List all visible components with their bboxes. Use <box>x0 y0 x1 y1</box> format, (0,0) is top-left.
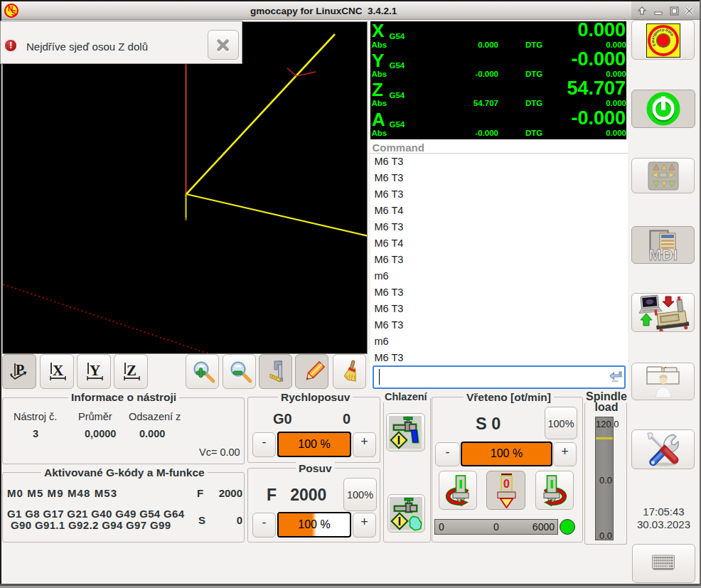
svg-text:MDI: MDI <box>649 247 678 262</box>
svg-text:Y: Y <box>90 362 100 379</box>
svg-text:P: P <box>16 362 24 378</box>
svg-text:Z: Z <box>127 362 137 379</box>
svg-text:0: 0 <box>503 478 510 490</box>
svg-text:X: X <box>53 362 63 379</box>
